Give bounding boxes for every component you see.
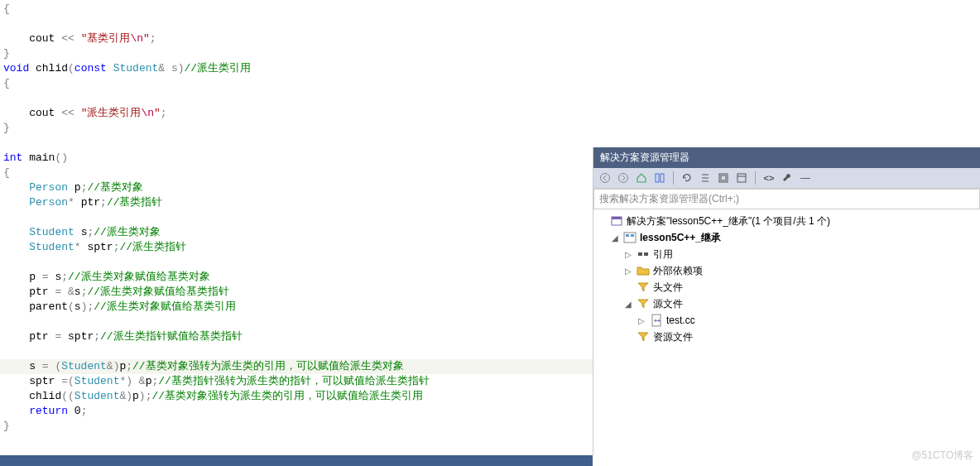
svg-point-1 [619,174,628,183]
search-input[interactable]: 搜索解决方案资源管理器(Ctrl+;) [593,189,980,209]
code-line[interactable]: return 0; [3,404,593,419]
code-line[interactable]: { [3,166,593,180]
svg-text:++: ++ [654,318,661,324]
code-line[interactable]: Person p;//基类对象 [3,180,593,195]
sync-icon[interactable] [653,171,666,185]
wrench-icon[interactable] [781,171,794,185]
code-editor[interactable]: { cout << "基类引用\n";}void chlid(const Stu… [0,0,593,466]
status-bar [0,455,593,466]
svg-rect-13 [644,252,648,256]
code-line[interactable]: { [3,2,593,17]
code-line[interactable]: Student s;//派生类对象 [3,225,593,240]
code-line[interactable]: s = (Student&)p;//基类对象强转为派生类的引用，可以赋值给派生类… [3,359,593,374]
solution-tree: 解决方案"lesson5C++_继承"(1 个项目/共 1 个) ◢ lesso… [593,209,980,455]
code-line[interactable]: void chlid(const Student& s)//派生类引用 [3,61,593,76]
code-line[interactable] [3,255,593,270]
panel-title: 解决方案资源管理器 [593,147,980,168]
svg-rect-11 [631,234,634,237]
code-line[interactable]: p = s;//派生类对象赋值给基类对象 [3,270,593,285]
code-line[interactable]: sptr =(Student*) &p;//基类指针强转为派生类的指针，可以赋值… [3,374,593,389]
code-line[interactable]: parent(s);//派生类对象赋值给基类引用 [3,300,593,315]
code-line[interactable] [3,136,593,151]
file-label: test.cc [666,315,695,326]
back-icon[interactable] [598,171,612,185]
svg-rect-3 [661,174,664,182]
resources-node[interactable]: 资源文件 [593,329,980,345]
filter-icon [637,297,650,310]
code-line[interactable]: ptr = sptr;//派生类指针赋值给基类指针 [3,329,593,344]
code-line[interactable]: { [3,76,593,91]
code-line[interactable]: } [3,419,593,434]
collapse-icon[interactable]: ◢ [623,300,633,309]
file-test-cc[interactable]: ▷ ++ test.cc [593,312,980,329]
references-label: 引用 [653,247,673,262]
svg-rect-5 [721,175,726,180]
code-line[interactable]: } [3,46,593,61]
code-line[interactable]: ptr = &s;//派生类对象赋值给基类指针 [3,285,593,300]
code-line[interactable] [3,210,593,225]
solution-explorer-panel: 解决方案资源管理器 <> — 搜索解决方案资源管理器(Ctrl+;) 解决方案"… [593,147,980,455]
solution-node[interactable]: 解决方案"lesson5C++_继承"(1 个项目/共 1 个) [593,213,980,229]
svg-rect-9 [624,233,636,243]
show-all-icon[interactable] [717,171,730,185]
code-line[interactable]: Student* sptr;//派生类指针 [3,240,593,255]
project-icon [623,231,637,244]
code-line[interactable]: cout << "基类引用\n"; [3,31,593,46]
external-deps-label: 外部依赖项 [653,264,703,278]
expand-icon[interactable]: ▷ [623,250,633,259]
code-line[interactable]: chlid((Student&)p);//基类对象强转为派生类的引用，可以赋值给… [3,389,593,404]
solution-label: 解决方案"lesson5C++_继承"(1 个项目/共 1 个) [627,214,830,228]
svg-rect-8 [612,217,622,219]
properties-icon[interactable] [735,171,748,185]
collapse-icon[interactable] [699,171,712,185]
home-icon[interactable] [635,171,648,185]
expand-icon[interactable]: ▷ [637,316,646,325]
sources-label: 源文件 [653,297,683,311]
code-line[interactable] [3,17,593,31]
references-icon [637,247,650,261]
svg-rect-12 [638,252,642,256]
svg-point-0 [601,174,610,183]
project-node[interactable]: ◢ lesson5C++_继承 [593,229,980,246]
filter-icon [637,281,650,294]
sources-node[interactable]: ◢ 源文件 [593,295,980,312]
code-line[interactable] [3,315,593,329]
filter-icon [637,330,650,343]
headers-node[interactable]: 头文件 [593,279,980,295]
dash-icon[interactable]: — [799,171,812,185]
svg-rect-10 [626,234,629,237]
expand-icon[interactable]: ▷ [623,267,633,276]
code-line[interactable]: cout << "派生类引用\n"; [3,106,593,121]
svg-rect-6 [737,174,746,182]
code-line[interactable]: Person* ptr;//基类指针 [3,195,593,210]
references-node[interactable]: ▷ 引用 [593,246,980,262]
code-line[interactable] [3,91,593,106]
watermark: @51CTO博客 [911,449,973,463]
forward-icon[interactable] [617,171,630,185]
external-deps-node[interactable]: ▷ 外部依赖项 [593,262,980,279]
solution-icon [610,214,623,228]
svg-rect-2 [656,174,659,182]
project-label: lesson5C++_继承 [640,231,721,245]
code-line[interactable]: } [3,121,593,136]
code-icon[interactable]: <> [762,171,776,185]
resources-label: 资源文件 [653,330,693,344]
panel-toolbar: <> — [593,168,980,189]
refresh-icon[interactable] [680,171,694,185]
folder-icon [637,264,650,277]
code-line[interactable]: int main() [3,151,593,166]
separator [755,171,756,185]
headers-label: 头文件 [653,281,683,295]
cpp-file-icon: ++ [650,314,663,327]
collapse-icon[interactable]: ◢ [610,233,620,243]
separator [673,171,674,185]
code-line[interactable] [3,344,593,359]
